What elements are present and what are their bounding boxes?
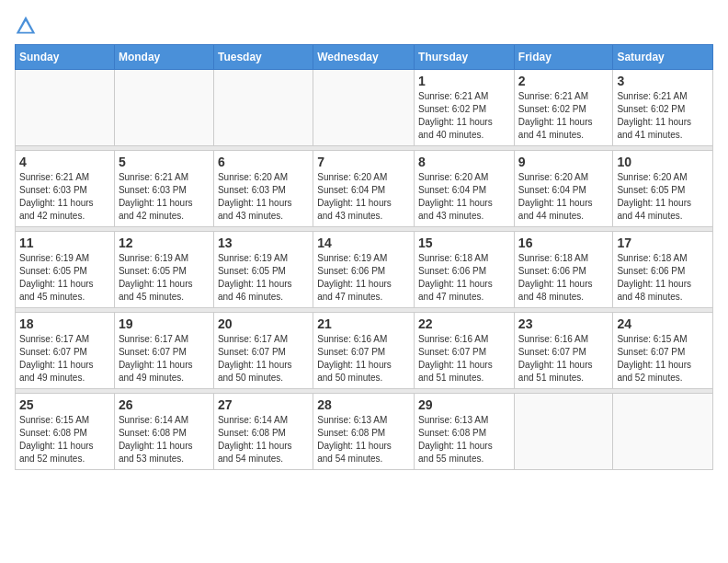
calendar-cell: 18Sunrise: 6:17 AM Sunset: 6:07 PM Dayli…: [16, 313, 115, 389]
day-number: 6: [218, 155, 309, 169]
calendar-cell: 11Sunrise: 6:19 AM Sunset: 6:05 PM Dayli…: [16, 232, 115, 308]
day-number: 11: [19, 236, 110, 250]
day-number: 7: [317, 155, 410, 169]
weekday-header-row: SundayMondayTuesdayWednesdayThursdayFrid…: [16, 45, 713, 70]
calendar-cell: 19Sunrise: 6:17 AM Sunset: 6:07 PM Dayli…: [114, 313, 213, 389]
calendar-cell: 2Sunrise: 6:21 AM Sunset: 6:02 PM Daylig…: [514, 70, 613, 146]
day-number: 19: [119, 316, 210, 331]
day-number: 9: [518, 155, 609, 169]
calendar-cell: 5Sunrise: 6:21 AM Sunset: 6:03 PM Daylig…: [114, 151, 213, 227]
weekday-header-monday: Monday: [114, 45, 213, 70]
calendar-cell: 15Sunrise: 6:18 AM Sunset: 6:06 PM Dayli…: [415, 232, 515, 308]
calendar-cell: [514, 394, 613, 470]
day-info: Sunrise: 6:21 AM Sunset: 6:02 PM Dayligh…: [617, 90, 709, 142]
calendar-cell: 24Sunrise: 6:15 AM Sunset: 6:07 PM Dayli…: [613, 313, 713, 389]
weekday-header-saturday: Saturday: [613, 45, 713, 70]
day-info: Sunrise: 6:17 AM Sunset: 6:07 PM Dayligh…: [218, 333, 309, 385]
day-info: Sunrise: 6:19 AM Sunset: 6:05 PM Dayligh…: [19, 252, 110, 304]
calendar-cell: [613, 394, 713, 470]
calendar-cell: 10Sunrise: 6:20 AM Sunset: 6:05 PM Dayli…: [613, 151, 713, 227]
calendar-cell: 29Sunrise: 6:13 AM Sunset: 6:08 PM Dayli…: [415, 394, 515, 470]
day-info: Sunrise: 6:19 AM Sunset: 6:05 PM Dayligh…: [119, 252, 210, 304]
calendar-cell: 20Sunrise: 6:17 AM Sunset: 6:07 PM Dayli…: [213, 313, 313, 389]
day-number: 3: [617, 74, 709, 88]
logo-icon: [15, 15, 37, 37]
day-info: Sunrise: 6:20 AM Sunset: 6:03 PM Dayligh…: [218, 171, 309, 223]
logo: [15, 15, 40, 37]
calendar-cell: 9Sunrise: 6:20 AM Sunset: 6:04 PM Daylig…: [514, 151, 613, 227]
day-info: Sunrise: 6:17 AM Sunset: 6:07 PM Dayligh…: [119, 333, 210, 385]
day-info: Sunrise: 6:16 AM Sunset: 6:07 PM Dayligh…: [418, 333, 510, 385]
day-number: 12: [119, 236, 210, 250]
calendar-cell: 26Sunrise: 6:14 AM Sunset: 6:08 PM Dayli…: [114, 394, 213, 470]
day-info: Sunrise: 6:20 AM Sunset: 6:04 PM Dayligh…: [418, 171, 510, 223]
day-info: Sunrise: 6:15 AM Sunset: 6:08 PM Dayligh…: [19, 414, 110, 465]
day-number: 16: [518, 236, 609, 250]
calendar-cell: 22Sunrise: 6:16 AM Sunset: 6:07 PM Dayli…: [415, 313, 515, 389]
calendar-week-2: 11Sunrise: 6:19 AM Sunset: 6:05 PM Dayli…: [16, 232, 713, 308]
day-info: Sunrise: 6:20 AM Sunset: 6:05 PM Dayligh…: [617, 171, 709, 223]
day-info: Sunrise: 6:18 AM Sunset: 6:06 PM Dayligh…: [418, 252, 510, 304]
day-number: 2: [518, 74, 609, 88]
calendar-cell: 6Sunrise: 6:20 AM Sunset: 6:03 PM Daylig…: [213, 151, 313, 227]
calendar-week-3: 18Sunrise: 6:17 AM Sunset: 6:07 PM Dayli…: [16, 313, 713, 389]
calendar-cell: 23Sunrise: 6:16 AM Sunset: 6:07 PM Dayli…: [514, 313, 613, 389]
calendar-cell: 17Sunrise: 6:18 AM Sunset: 6:06 PM Dayli…: [613, 232, 713, 308]
day-info: Sunrise: 6:21 AM Sunset: 6:03 PM Dayligh…: [19, 171, 110, 223]
day-info: Sunrise: 6:21 AM Sunset: 6:02 PM Dayligh…: [418, 90, 510, 142]
calendar-cell: 12Sunrise: 6:19 AM Sunset: 6:05 PM Dayli…: [114, 232, 213, 308]
calendar-cell: [16, 70, 115, 146]
day-number: 1: [418, 74, 510, 88]
day-info: Sunrise: 6:16 AM Sunset: 6:07 PM Dayligh…: [518, 333, 609, 385]
calendar-week-1: 4Sunrise: 6:21 AM Sunset: 6:03 PM Daylig…: [16, 151, 713, 227]
calendar-week-4: 25Sunrise: 6:15 AM Sunset: 6:08 PM Dayli…: [16, 394, 713, 470]
weekday-header-thursday: Thursday: [415, 45, 515, 70]
day-number: 22: [418, 316, 510, 331]
day-number: 26: [119, 397, 210, 412]
calendar-cell: 8Sunrise: 6:20 AM Sunset: 6:04 PM Daylig…: [415, 151, 515, 227]
calendar-cell: [313, 70, 415, 146]
calendar-cell: 14Sunrise: 6:19 AM Sunset: 6:06 PM Dayli…: [313, 232, 415, 308]
day-number: 8: [418, 155, 510, 169]
day-info: Sunrise: 6:14 AM Sunset: 6:08 PM Dayligh…: [218, 414, 309, 465]
day-number: 29: [418, 397, 510, 412]
day-number: 13: [218, 236, 309, 250]
day-info: Sunrise: 6:18 AM Sunset: 6:06 PM Dayligh…: [617, 252, 709, 304]
day-info: Sunrise: 6:17 AM Sunset: 6:07 PM Dayligh…: [19, 333, 110, 385]
weekday-header-friday: Friday: [514, 45, 613, 70]
day-info: Sunrise: 6:15 AM Sunset: 6:07 PM Dayligh…: [617, 333, 709, 385]
weekday-header-sunday: Sunday: [16, 45, 115, 70]
header: [15, 15, 713, 37]
calendar-cell: 27Sunrise: 6:14 AM Sunset: 6:08 PM Dayli…: [213, 394, 313, 470]
calendar-cell: 16Sunrise: 6:18 AM Sunset: 6:06 PM Dayli…: [514, 232, 613, 308]
day-info: Sunrise: 6:20 AM Sunset: 6:04 PM Dayligh…: [317, 171, 410, 223]
day-info: Sunrise: 6:19 AM Sunset: 6:06 PM Dayligh…: [317, 252, 410, 304]
day-number: 23: [518, 316, 609, 331]
calendar-cell: 7Sunrise: 6:20 AM Sunset: 6:04 PM Daylig…: [313, 151, 415, 227]
calendar-table: SundayMondayTuesdayWednesdayThursdayFrid…: [15, 44, 713, 470]
day-number: 18: [19, 316, 110, 331]
day-info: Sunrise: 6:13 AM Sunset: 6:08 PM Dayligh…: [418, 414, 510, 465]
day-number: 15: [418, 236, 510, 250]
calendar-body: 1Sunrise: 6:21 AM Sunset: 6:02 PM Daylig…: [16, 70, 713, 470]
calendar-cell: [213, 70, 313, 146]
day-number: 28: [317, 397, 410, 412]
calendar-cell: [114, 70, 213, 146]
calendar-cell: 1Sunrise: 6:21 AM Sunset: 6:02 PM Daylig…: [415, 70, 515, 146]
day-info: Sunrise: 6:16 AM Sunset: 6:07 PM Dayligh…: [317, 333, 410, 385]
day-info: Sunrise: 6:21 AM Sunset: 6:03 PM Dayligh…: [119, 171, 210, 223]
calendar-cell: 13Sunrise: 6:19 AM Sunset: 6:05 PM Dayli…: [213, 232, 313, 308]
calendar-cell: 21Sunrise: 6:16 AM Sunset: 6:07 PM Dayli…: [313, 313, 415, 389]
day-number: 14: [317, 236, 410, 250]
day-info: Sunrise: 6:19 AM Sunset: 6:05 PM Dayligh…: [218, 252, 309, 304]
day-number: 4: [19, 155, 110, 169]
day-number: 24: [617, 316, 709, 331]
day-info: Sunrise: 6:18 AM Sunset: 6:06 PM Dayligh…: [518, 252, 609, 304]
weekday-header-wednesday: Wednesday: [313, 45, 415, 70]
day-number: 17: [617, 236, 709, 250]
day-info: Sunrise: 6:14 AM Sunset: 6:08 PM Dayligh…: [119, 414, 210, 465]
calendar-cell: 4Sunrise: 6:21 AM Sunset: 6:03 PM Daylig…: [16, 151, 115, 227]
weekday-header-tuesday: Tuesday: [213, 45, 313, 70]
calendar-cell: 28Sunrise: 6:13 AM Sunset: 6:08 PM Dayli…: [313, 394, 415, 470]
day-number: 25: [19, 397, 110, 412]
